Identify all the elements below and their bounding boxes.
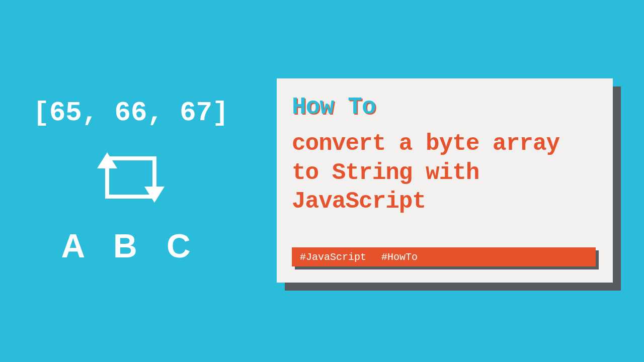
byte-array-text: [65, 66, 67]: [33, 98, 229, 128]
result-string: A B C: [61, 227, 200, 265]
tag-howto: #HowTo: [381, 251, 418, 263]
tags-bar: #JavaScript #HowTo: [292, 247, 598, 269]
card-body: How To convert a byte array to String wi…: [277, 78, 613, 283]
tag-javascript: #JavaScript: [300, 251, 366, 263]
convert-icon: [93, 147, 169, 208]
category-label: How To: [292, 94, 598, 121]
title-card: How To convert a byte array to String wi…: [277, 78, 621, 291]
tags-row: #JavaScript #HowTo: [292, 247, 596, 266]
illustration-panel: [65, 66, 67] A B C: [0, 0, 262, 362]
article-title: convert a byte array to String with Java…: [292, 130, 598, 247]
